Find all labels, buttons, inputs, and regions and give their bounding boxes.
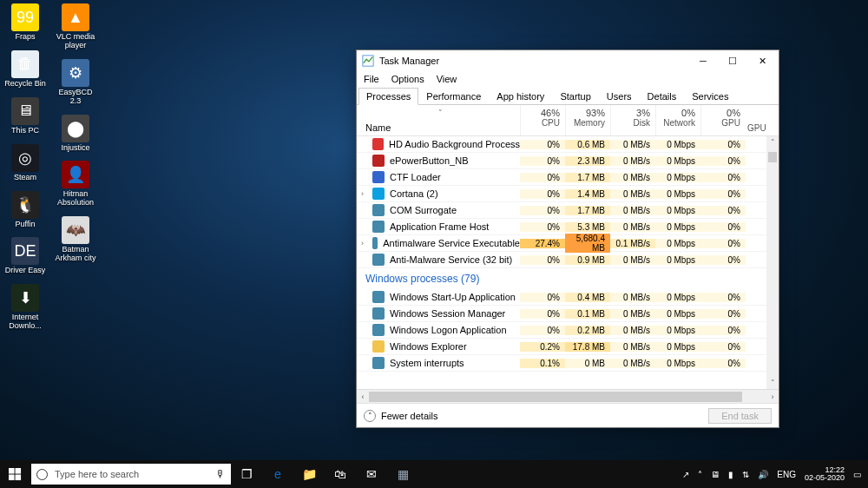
- process-row[interactable]: System interrupts0.1%0 MB0 MB/s0 Mbps0%: [357, 355, 779, 372]
- desktop-icon-injustice[interactable]: ⬤Injustice: [54, 115, 97, 153]
- desktop-icon-easybcd-2-3[interactable]: ⚙EasyBCD 2.3: [54, 59, 97, 106]
- mic-icon[interactable]: 🎙: [215, 468, 226, 480]
- volume-icon[interactable]: 🔊: [758, 470, 768, 479]
- desktop-icon-puffin[interactable]: 🐧Puffin: [3, 191, 47, 229]
- process-row[interactable]: ›Cortana (2)0%1.4 MB0 MB/s0 Mbps0%: [357, 186, 779, 202]
- desktop-icon-fraps[interactable]: 99Fraps: [3, 3, 47, 42]
- chevron-down-icon[interactable]: ˅: [438, 109, 443, 117]
- tray-overflow-icon[interactable]: ˄: [698, 470, 702, 479]
- hscroll-thumb[interactable]: [369, 392, 742, 402]
- metric-cell: 0 Mbps: [655, 309, 700, 319]
- tab-app-history[interactable]: App history: [489, 88, 552, 105]
- close-button[interactable]: ✕: [747, 51, 777, 70]
- scroll-down-icon[interactable]: ˅: [766, 377, 779, 389]
- scroll-left-icon[interactable]: ‹: [357, 390, 369, 403]
- tab-processes[interactable]: Processes: [358, 88, 418, 105]
- metric-cell: 0 Mbps: [655, 173, 700, 182]
- tab-startup[interactable]: Startup: [552, 88, 598, 105]
- scroll-right-icon[interactable]: ›: [766, 390, 779, 403]
- process-row[interactable]: HD Audio Background Process0%0.6 MB0 MB/…: [357, 136, 779, 153]
- menu-options[interactable]: Options: [391, 74, 424, 84]
- metric-cell: 0%: [700, 326, 746, 335]
- metric-cell: 0 MB/s: [610, 326, 655, 335]
- icon-label: VLC media player: [54, 33, 97, 50]
- fewer-details-link[interactable]: Fewer details: [381, 411, 437, 421]
- taskbar-edge[interactable]: e: [262, 460, 293, 488]
- maximize-button[interactable]: ☐: [718, 51, 747, 70]
- monitor-icon[interactable]: 🖥: [711, 470, 720, 479]
- process-row[interactable]: Windows Explorer0.2%17.8 MB0 MB/s0 Mbps0…: [357, 339, 779, 355]
- column-name[interactable]: ˅Name: [357, 105, 520, 135]
- chevron-right-icon[interactable]: ›: [361, 189, 364, 198]
- desktop-icon-steam[interactable]: ◎Steam: [3, 144, 47, 182]
- metric-cell: 0%: [700, 309, 746, 319]
- desktop-icon-hitman-absolution[interactable]: 👤Hitman Absolution: [54, 161, 97, 208]
- chevron-right-icon[interactable]: ›: [361, 239, 364, 247]
- metric-cell: 0 Mbps: [655, 293, 700, 302]
- language-indicator[interactable]: ENG: [777, 470, 796, 479]
- process-row[interactable]: Windows Logon Application0%0.2 MB0 MB/s0…: [357, 322, 779, 339]
- process-name: Antimalware Service Executable: [383, 238, 520, 248]
- app-icon: 👤: [62, 161, 89, 188]
- metric-cell: 0%: [520, 293, 565, 302]
- scroll-thumb[interactable]: [768, 152, 777, 162]
- chevron-up-icon[interactable]: ˄: [364, 410, 376, 422]
- clock[interactable]: 12:22 02-05-2020: [805, 466, 845, 483]
- vertical-scrollbar[interactable]: ˄ ˅: [766, 136, 779, 389]
- metric-cell: 0.1 MB/s: [610, 239, 655, 248]
- taskbar-store[interactable]: 🛍: [325, 460, 356, 488]
- scroll-up-icon[interactable]: ˄: [766, 136, 779, 148]
- process-row[interactable]: Windows Start-Up Application0%0.4 MB0 MB…: [357, 289, 779, 306]
- process-row[interactable]: CTF Loader0%1.7 MB0 MB/s0 Mbps0%: [357, 169, 779, 186]
- metric-cell: 0 Mbps: [655, 189, 700, 199]
- desktop-icon-recycle-bin[interactable]: 🗑Recycle Bin: [3, 50, 47, 89]
- column-cpu[interactable]: 46%CPU: [520, 105, 565, 135]
- process-row[interactable]: Anti-Malware Service (32 bit)0%0.9 MB0 M…: [357, 252, 779, 268]
- taskbar-taskmgr[interactable]: ▦: [387, 460, 418, 488]
- desktop-icon-batman-arkham-city[interactable]: 🦇Batman Arkham city: [54, 216, 97, 263]
- metric-cell: 0 MB/s: [610, 255, 655, 265]
- metric-cell: 0 MB/s: [610, 156, 655, 166]
- menu-bar: FileOptionsView: [357, 71, 779, 87]
- desktop-icon-this-pc[interactable]: 🖥This PC: [3, 97, 47, 135]
- desktop-icon-internet-downlo-[interactable]: ⬇Internet Downlo...: [3, 284, 47, 331]
- metric-cell: 0 MB/s: [610, 206, 655, 215]
- column-memory[interactable]: 93%Memory: [565, 105, 610, 135]
- process-icon: [372, 324, 385, 336]
- process-row[interactable]: Windows Session Manager0%0.1 MB0 MB/s0 M…: [357, 306, 779, 322]
- app-icon: 99: [11, 3, 39, 31]
- desktop-icons: 99Fraps🗑Recycle Bin🖥This PC◎Steam🐧Puffin…: [3, 3, 104, 331]
- tab-users[interactable]: Users: [599, 88, 640, 105]
- desktop-icon-vlc-media-player[interactable]: ▲VLC media player: [54, 3, 97, 50]
- column-gpu[interactable]: 0%GPU: [700, 105, 746, 135]
- desktop-icon-driver-easy[interactable]: DEDriver Easy: [3, 237, 47, 275]
- taskmgr-icon: [362, 55, 374, 67]
- horizontal-scrollbar[interactable]: ‹ ›: [357, 389, 779, 403]
- tab-performance[interactable]: Performance: [418, 88, 489, 105]
- titlebar[interactable]: Task Manager ─ ☐ ✕: [357, 50, 779, 71]
- column-disk[interactable]: 3%Disk: [610, 105, 655, 135]
- action-center-icon[interactable]: ▭: [853, 470, 861, 479]
- column-network[interactable]: 0%Network: [655, 105, 700, 135]
- search-box[interactable]: Type here to search 🎙: [31, 464, 231, 485]
- taskbar-taskview[interactable]: ❐: [231, 460, 262, 488]
- tab-details[interactable]: Details: [640, 88, 685, 105]
- taskbar-explorer[interactable]: 📁: [293, 460, 325, 488]
- column-gpu-engine[interactable]: GPU: [746, 105, 766, 135]
- store-icon: 🛍: [334, 467, 346, 481]
- process-row[interactable]: COM Surrogate0%1.7 MB0 MB/s0 Mbps0%: [357, 202, 779, 219]
- process-row[interactable]: ›Antimalware Service Executable27.4%5,68…: [357, 235, 779, 252]
- minimize-button[interactable]: ─: [688, 51, 718, 70]
- menu-view[interactable]: View: [437, 74, 457, 84]
- battery-icon[interactable]: ▮: [728, 470, 733, 479]
- tab-services[interactable]: Services: [684, 88, 736, 105]
- share-icon[interactable]: ↗: [682, 470, 689, 479]
- system-tray: ↗ ˄ 🖥 ▮ ⇅ 🔊 ENG 12:22 02-05-2020 ▭: [682, 466, 868, 483]
- menu-file[interactable]: File: [364, 74, 379, 84]
- start-button[interactable]: [0, 460, 30, 488]
- end-task-button[interactable]: End task: [708, 408, 772, 424]
- process-row[interactable]: ePowerButton_NB0%2.3 MB0 MB/s0 Mbps0%: [357, 153, 779, 169]
- network-icon[interactable]: ⇅: [742, 470, 749, 479]
- process-name: Windows Start-Up Application: [390, 292, 516, 302]
- taskbar-mail[interactable]: ✉: [356, 460, 387, 488]
